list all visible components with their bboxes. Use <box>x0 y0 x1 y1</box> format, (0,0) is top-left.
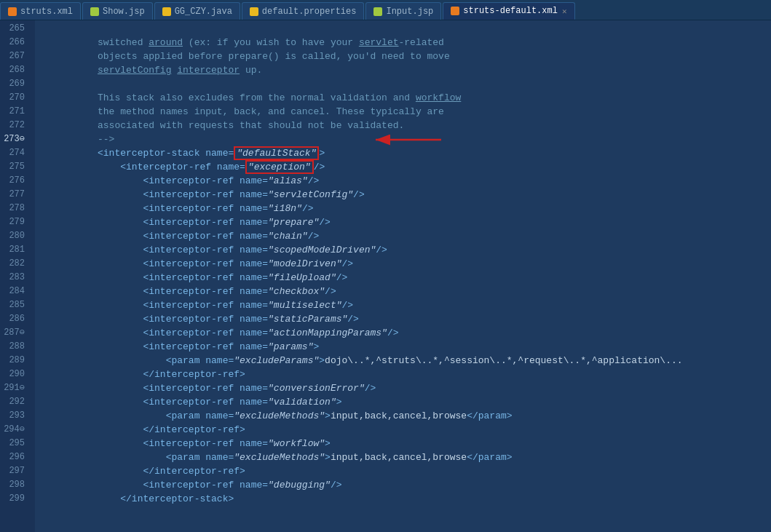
tab-label: Input.jsp <box>386 7 433 17</box>
ln-275: 275 <box>0 160 29 174</box>
code-line-269: This stack also excludes from the normal… <box>41 77 771 91</box>
tab-label: struts.xml <box>20 7 73 17</box>
tab-label: struts-default.xml <box>463 6 558 16</box>
ln-274: 274 <box>0 146 29 160</box>
ln-289: 289 <box>0 354 29 368</box>
ln-282: 282 <box>0 257 29 271</box>
tab-struts-xml[interactable]: struts.xml <box>0 2 81 20</box>
ln-270: 270 <box>0 91 29 105</box>
ln-288: 288 <box>0 340 29 354</box>
editor: 265 266 267 268 269 270 271 272 273⊖ 274… <box>0 20 771 532</box>
ln-267: 267 <box>0 49 29 63</box>
ln-287: 287⊖ <box>0 326 29 340</box>
jsp-icon-2 <box>373 7 382 16</box>
ln-280: 280 <box>0 229 29 243</box>
ln-296: 296 <box>0 450 29 464</box>
code-line-265: switched around (ex: if you wish to have… <box>41 22 771 36</box>
tab-input-jsp[interactable]: Input.jsp <box>365 2 441 20</box>
xml-icon-2 <box>451 7 459 15</box>
ln-285: 285 <box>0 298 29 312</box>
ln-278: 278 <box>0 202 29 215</box>
ln-277: 277 <box>0 188 29 202</box>
tab-struts-default-xml[interactable]: struts-default.xml ✕ <box>443 2 574 20</box>
ln-281: 281 <box>0 243 29 257</box>
tab-show-jsp[interactable]: Show.jsp <box>82 2 153 20</box>
ln-272: 272 <box>0 119 29 132</box>
code-content[interactable]: switched around (ex: if you wish to have… <box>35 20 771 532</box>
tab-label: Show.jsp <box>103 7 145 17</box>
ln-269: 269 <box>0 77 29 91</box>
ln-266: 266 <box>0 36 29 49</box>
tab-bar: struts.xml Show.jsp GG_CZY.java default.… <box>0 0 771 20</box>
ln-291: 291⊖ <box>0 381 29 395</box>
ln-273: 273⊖ <box>0 132 29 146</box>
ln-276: 276 <box>0 174 29 188</box>
ln-299: 299 <box>0 492 29 506</box>
ln-292: 292 <box>0 395 29 409</box>
tab-gg-czy-java[interactable]: GG_CZY.java <box>154 2 240 20</box>
tab-label: default.properties <box>262 7 357 17</box>
xml-icon <box>8 7 17 16</box>
ln-295: 295 <box>0 437 29 450</box>
ln-284: 284 <box>0 285 29 298</box>
ln-271: 271 <box>0 105 29 119</box>
ln-298: 298 <box>0 478 29 492</box>
ln-286: 286 <box>0 312 29 326</box>
java-icon <box>162 7 171 16</box>
ln-283: 283 <box>0 271 29 285</box>
code-line-273: <interceptor-stack name="defaultStack"> <box>41 132 771 146</box>
ln-297: 297 <box>0 464 29 478</box>
ln-290: 290 <box>0 368 29 381</box>
tab-default-properties[interactable]: default.properties <box>242 2 365 20</box>
jsp-icon <box>90 7 99 16</box>
ln-294: 294⊖ <box>0 423 29 437</box>
ln-265: 265 <box>0 22 29 36</box>
tab-close-button[interactable]: ✕ <box>562 7 567 16</box>
ln-279: 279 <box>0 215 29 229</box>
ln-293: 293 <box>0 409 29 423</box>
line-numbers: 265 266 267 268 269 270 271 272 273⊖ 274… <box>0 20 35 532</box>
ln-268: 268 <box>0 63 29 77</box>
props-icon <box>250 7 258 16</box>
tab-label: GG_CZY.java <box>175 7 232 17</box>
